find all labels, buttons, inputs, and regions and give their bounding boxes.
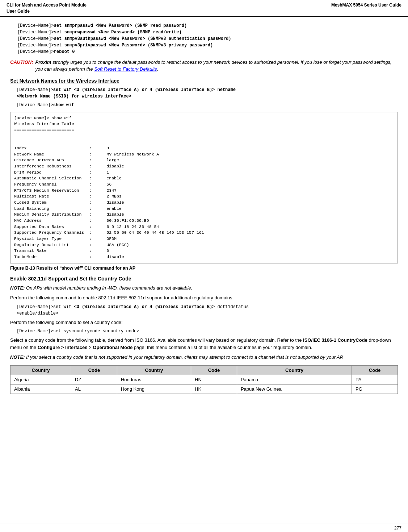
table-cell: PA <box>352 375 398 384</box>
caution-block: CAUTION: Proxim strongly urges you to ch… <box>10 59 398 73</box>
code-line-2: [Device-Name]>set snmprwpasswd <New Pass… <box>17 29 398 36</box>
para1: Perform the following command to enable … <box>10 294 398 302</box>
country-table: Country Code Country Code Country Code A… <box>10 365 398 394</box>
table-row: AlgeriaDZHondurasHNPanamaPA <box>10 375 398 384</box>
section1-code2: [Device-Name]>show wif <box>17 102 398 108</box>
col-header-country3: Country <box>237 365 352 375</box>
code-line-4: [Device-Name]>set snmpv3privpasswd <New … <box>17 42 398 49</box>
header-left: CLI for Mesh and Access Point Module Use… <box>7 2 87 14</box>
main-content: [Device-Name]>set snmprpasswd <New Passw… <box>0 17 408 408</box>
password-code-block: [Device-Name]>set snmprpasswd <New Passw… <box>17 22 398 55</box>
caution-label: CAUTION: <box>10 59 33 73</box>
figure-caption: Figure B-13 Results of “show wif” CLI co… <box>10 266 398 271</box>
table-cell: AL <box>71 384 117 394</box>
page-header: CLI for Mesh and Access Point Module Use… <box>0 0 408 17</box>
col-header-code1: Code <box>71 365 117 375</box>
page-footer: 277 <box>0 524 408 532</box>
caution-text-1: Proxim strongly urges you to change the … <box>35 59 392 72</box>
table-cell: Panama <box>237 375 352 384</box>
note1-label: NOTE: <box>10 285 25 291</box>
code-line-5: [Device-Name]>reboot 0 <box>17 49 398 55</box>
code-line-3: [Device-Name]>set snmpv3authpasswd <New … <box>17 36 398 42</box>
section1-code1: [Device-Name]>set wif <3 (Wireless Inter… <box>17 87 398 100</box>
table-cell: Albania <box>10 384 71 394</box>
note1-block: NOTE: On APs with model numbers ending i… <box>10 284 398 292</box>
code-line-1: [Device-Name]>set snmprpasswd <New Passw… <box>17 22 398 29</box>
terminal-box: [Device Name]> show wif Wireless Interfa… <box>10 112 398 263</box>
col-header-country1: Country <box>10 365 71 375</box>
note1-text: On APs with model numbers ending in -WD,… <box>26 285 192 291</box>
table-cell: HN <box>191 375 237 384</box>
section2-code2: [Device-Name]>set syscountrycode <countr… <box>17 328 398 334</box>
note2-label: NOTE: <box>10 354 25 360</box>
note2-text: If you select a country code that is not… <box>26 354 344 360</box>
para2: Perform the following command to set a c… <box>10 319 398 326</box>
table-row: AlbaniaALHong KongHKPapua New GuineaPG <box>10 384 398 394</box>
para3: Select a country code from the following… <box>10 337 398 351</box>
header-title-left: CLI for Mesh and Access Point Module <box>7 2 87 8</box>
header-right: MeshMAX 5054 Series User Guide <box>331 2 401 8</box>
header-title-right: MeshMAX 5054 Series User Guide <box>331 2 401 8</box>
table-cell: Papua New Guinea <box>237 384 352 394</box>
table-header-row: Country Code Country Code Country Code <box>10 365 398 375</box>
header-subtitle-left: User Guide <box>7 8 87 14</box>
caution-text: Proxim strongly urges you to change the … <box>35 59 398 73</box>
col-header-code2: Code <box>191 365 237 375</box>
page-wrapper: CLI for Mesh and Access Point Module Use… <box>0 0 408 408</box>
note2-block: NOTE: If you select a country code that … <box>10 354 398 361</box>
section1-heading: Set Network Names for the Wireless Inter… <box>10 78 398 84</box>
col-header-country2: Country <box>117 365 191 375</box>
section2-heading: Enable 802.11d Support and Set the Count… <box>10 276 398 282</box>
table-cell: Honduras <box>117 375 191 384</box>
table-cell: PG <box>352 384 398 394</box>
table-cell: Algeria <box>10 375 71 384</box>
section2-code1: [Device-Name]>set wif <3 (Wireless Inter… <box>17 304 398 317</box>
table-cell: Hong Kong <box>117 384 191 394</box>
col-header-code3: Code <box>352 365 398 375</box>
soft-reset-link[interactable]: Soft Reset to Factory Defaults <box>94 66 157 72</box>
page-number: 277 <box>394 525 401 531</box>
table-cell: HK <box>191 384 237 394</box>
table-cell: DZ <box>71 375 117 384</box>
